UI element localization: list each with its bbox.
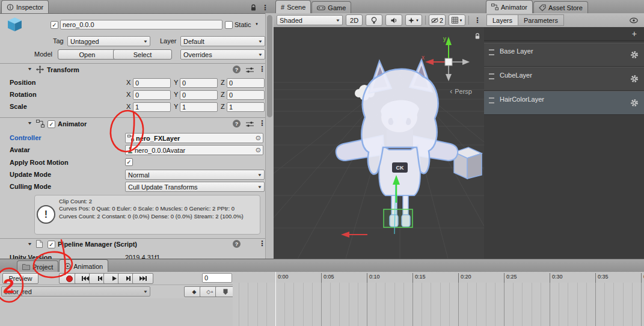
clip-dropdown[interactable]: color_red▼ [1,286,150,297]
frame-field[interactable] [202,273,232,283]
rotation-y-field[interactable]: 0 [180,90,218,100]
audio-toggle-button[interactable] [385,14,402,26]
animator-tabstrip: Animator Asset Store [484,0,644,14]
ruler-tick: 0:20 [458,273,471,283]
tab-parameters[interactable]: Parameters [518,14,564,26]
help-icon[interactable]: ? [233,240,241,248]
timeline[interactable]: 0:00 0:05 0:10 0:15 0:20 0:25 0:30 0:35 … [233,272,644,326]
update-mode-dropdown[interactable]: Normal▼ [125,170,265,180]
model-overrides-dropdown[interactable]: Overrides▼ [180,49,265,60]
tab-layers[interactable]: Layers [486,14,518,26]
scale-z-field[interactable]: 1 [227,102,265,112]
avatar-value: nero_0.0.0Avatar [135,147,185,154]
perspective-label[interactable]: ‹ Persp [450,87,472,96]
tab-project[interactable]: Project [17,260,58,272]
apply-root-motion-checkbox[interactable]: ✓ [125,158,133,166]
axis-gizmo[interactable]: y x [422,32,476,89]
grid-icon [452,17,458,23]
rotation-z-field[interactable]: 0 [227,90,265,100]
chevron-down-icon: ▼ [143,290,148,294]
object-picker-icon[interactable]: ⊙ [256,147,261,153]
eye-icon[interactable] [630,17,638,23]
avatar-object-field[interactable]: nero_0.0.0Avatar ⊙ [125,145,263,155]
last-key-button[interactable] [132,273,153,284]
chevron-down-icon: ▼ [258,53,263,57]
tab-game[interactable]: Game [311,1,351,13]
position-x-field[interactable]: 0 [133,78,171,88]
transform-title: Transform [47,66,79,73]
model-open-button[interactable]: Open [58,49,117,60]
grid-dropdown-button[interactable]: ▼ [449,14,465,26]
drag-handle-icon[interactable] [489,49,494,55]
ruler-tick: 0:4 [641,273,644,283]
chevron-down-icon: ▼ [258,40,263,43]
add-layer-button[interactable]: + [632,29,637,38]
layer-row-cube[interactable]: CubeLayer [484,67,644,91]
effects-dropdown-button[interactable]: ▼ [405,14,422,26]
static-chevron-icon[interactable]: ▼ [255,22,259,26]
object-picker-icon[interactable]: ⊙ [256,135,261,141]
lock-icon[interactable] [250,4,257,11]
inspector-menu-icon[interactable]: ⋮ [262,5,269,11]
ruler-tick: 0:30 [550,273,563,283]
timeline-ruler[interactable]: 0:00 0:05 0:10 0:15 0:20 0:25 0:30 0:35 … [233,272,644,283]
preset-icon[interactable] [246,67,254,73]
help-icon[interactable]: ? [233,120,241,128]
visibility-toggle-button[interactable]: 2 [429,14,446,26]
model-select-button[interactable]: Select [113,49,172,60]
scale-x-field[interactable]: 1 [133,102,171,112]
gear-icon[interactable] [630,51,639,59]
tab-scene[interactable]: # Scene [275,0,311,13]
tab-animator[interactable]: Animator [486,0,533,13]
layer-row-haircolor[interactable]: HairColorLayer [484,91,644,115]
inspector-scrollbar[interactable] [265,13,274,259]
toggle-2d-button[interactable]: 2D [346,14,363,26]
gameobject-name-input[interactable] [60,20,222,29]
preset-icon[interactable] [246,121,254,128]
scrollbar-thumb[interactable] [267,15,272,117]
scene-menu-icon[interactable]: ⋮ [474,17,481,23]
axis-y-label: y [443,35,446,42]
culling-mode-dropdown[interactable]: Cull Update Transforms▼ [125,182,265,192]
tab-asset-store[interactable]: Asset Store [533,1,588,13]
next-key-icon [126,275,132,281]
scene-viewport[interactable]: CK [274,27,484,259]
position-y-field[interactable]: 0 [180,78,218,88]
layer-dropdown[interactable]: Default▼ [180,36,265,46]
foldout-icon[interactable]: ▼ [27,242,32,246]
animation-window: Project Animation Preview color_red▼ [0,259,644,326]
play-icon [111,275,117,281]
animation-icon [64,263,71,269]
static-checkbox[interactable] [225,21,233,29]
preview-toggle-button[interactable]: Preview [2,273,38,284]
pipeline-enabled-checkbox[interactable]: ✓ [48,241,55,248]
layer-row-base[interactable]: Base Layer [484,43,644,67]
help-icon[interactable]: ? [233,66,241,73]
foldout-icon[interactable]: ▼ [27,67,32,71]
playhead[interactable] [275,272,276,326]
drag-handle-icon[interactable] [489,73,494,79]
animator-controller-icon [127,135,134,141]
viewport-lock-icon[interactable] [474,33,480,40]
controller-object-field[interactable]: nero_FXLayer ⊙ [125,133,263,143]
tab-inspector[interactable]: Inspector [1,0,49,13]
tab-animation[interactable]: Animation [59,259,108,272]
rotation-x-field[interactable]: 0 [133,90,171,100]
drag-handle-icon[interactable] [489,97,494,103]
foldout-icon[interactable]: ▼ [27,121,32,125]
layer-label: Layer [160,37,177,45]
animator-enabled-checkbox[interactable]: ✓ [48,120,55,128]
timeline-tracks[interactable] [233,283,644,326]
controller-label: Controller [10,134,41,141]
scale-y-field[interactable]: 1 [180,102,218,112]
ruler-tick: 0:25 [504,273,517,283]
gear-icon[interactable] [630,99,639,107]
unity-editor: Inspector ⋮ ✓ Static ▼ Tag Untagged▼ Lay… [0,0,644,326]
gameobject-active-checkbox[interactable]: ✓ [51,21,58,29]
tag-dropdown[interactable]: Untagged▼ [67,36,150,46]
position-z-field[interactable]: 0 [227,78,265,88]
lighting-toggle-button[interactable] [366,14,382,26]
shading-mode-dropdown[interactable]: Shaded▼ [277,15,343,25]
event-marker-icon [222,289,228,295]
gear-icon[interactable] [630,75,639,83]
